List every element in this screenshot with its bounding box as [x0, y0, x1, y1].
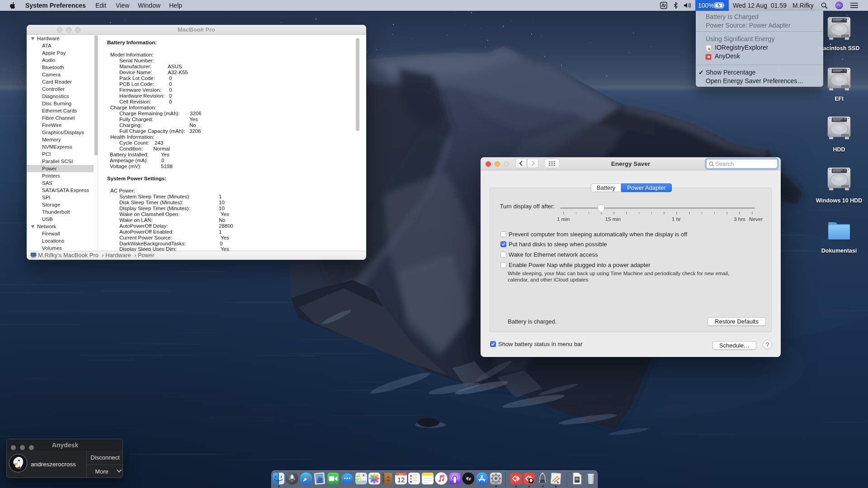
svg-text:tv: tv [467, 476, 471, 481]
svg-text:12: 12 [397, 476, 405, 483]
svg-text:AUG: AUG [399, 473, 403, 475]
